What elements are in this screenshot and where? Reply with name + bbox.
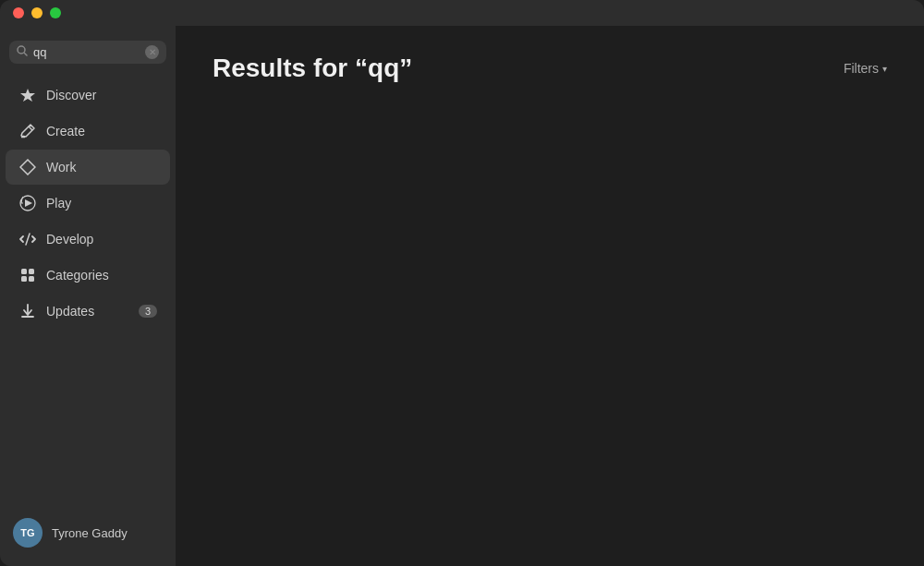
svg-rect-7 [29, 269, 34, 274]
svg-line-3 [29, 126, 32, 130]
sidebar-item-work[interactable]: Work [6, 150, 170, 185]
nav-items: Discover Create [0, 77, 176, 509]
sidebar-item-label-discover: Discover [46, 88, 157, 102]
maximize-button[interactable] [50, 7, 61, 18]
avatar: TG [13, 518, 43, 548]
main-header: Results for “qq” Filters ▾ [213, 54, 887, 83]
filters-label: Filters [844, 61, 879, 76]
close-button[interactable] [13, 7, 24, 18]
svg-marker-2 [20, 89, 35, 102]
search-container: qq ✕ [0, 35, 176, 77]
play-icon [18, 194, 37, 212]
titlebar [0, 0, 924, 26]
svg-line-1 [25, 54, 28, 56]
sidebar-item-label-work: Work [46, 160, 157, 175]
develop-icon [18, 230, 37, 248]
sidebar-item-label-create: Create [46, 124, 157, 138]
chevron-down-icon: ▾ [882, 64, 887, 74]
svg-point-0 [18, 46, 25, 54]
updates-badge: 3 [139, 305, 157, 318]
create-icon [18, 122, 37, 140]
filters-button[interactable]: Filters ▾ [844, 61, 887, 76]
results-area [213, 111, 887, 538]
sidebar-item-discover[interactable]: Discover [6, 78, 170, 113]
user-name: Tyrone Gaddy [52, 526, 128, 540]
work-icon [18, 158, 37, 176]
categories-icon [18, 266, 37, 284]
user-profile[interactable]: TG Tyrone Gaddy [0, 509, 176, 557]
sidebar-item-label-updates: Updates [46, 304, 129, 319]
sidebar-item-categories[interactable]: Categories [6, 258, 170, 293]
sidebar-item-updates[interactable]: Updates 3 [6, 294, 170, 329]
updates-icon [18, 302, 37, 320]
sidebar: qq ✕ Discover [0, 26, 176, 566]
svg-rect-9 [29, 276, 34, 282]
svg-rect-8 [21, 276, 27, 282]
svg-line-5 [26, 234, 30, 245]
results-title: Results for “qq” [213, 54, 412, 83]
search-clear-button[interactable]: ✕ [145, 45, 159, 59]
search-icon [17, 45, 28, 59]
content-area: qq ✕ Discover [0, 26, 924, 566]
minimize-button[interactable] [31, 7, 43, 18]
svg-rect-6 [21, 269, 27, 274]
discover-icon [18, 86, 37, 104]
sidebar-item-create[interactable]: Create [6, 114, 170, 149]
app-window: qq ✕ Discover [0, 0, 924, 566]
sidebar-item-label-play: Play [46, 196, 157, 211]
search-bar[interactable]: qq ✕ [9, 41, 166, 64]
sidebar-item-label-categories: Categories [46, 268, 157, 283]
main-content: Results for “qq” Filters ▾ [176, 26, 924, 566]
search-value[interactable]: qq [33, 45, 140, 59]
sidebar-item-develop[interactable]: Develop [6, 222, 170, 257]
sidebar-item-label-develop: Develop [46, 232, 157, 247]
sidebar-item-play[interactable]: Play [6, 186, 170, 221]
